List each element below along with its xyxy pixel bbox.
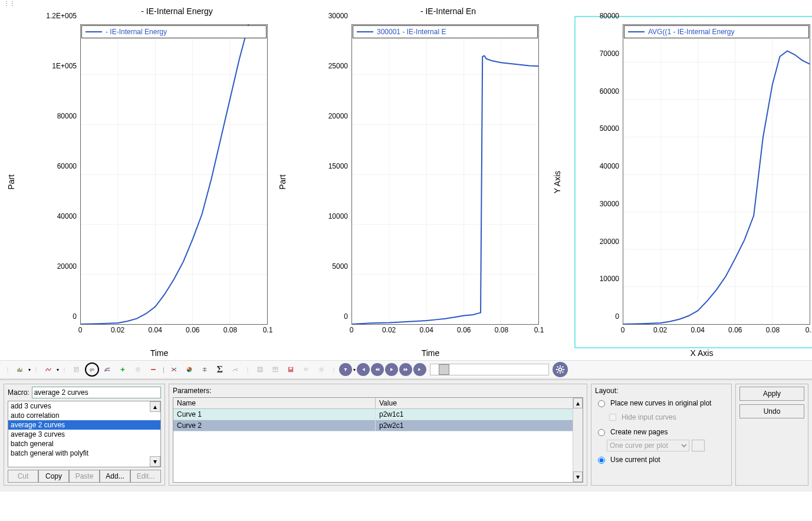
edit-button[interactable]: Edit... (130, 470, 161, 483)
curve-pair-icon[interactable] (100, 362, 114, 377)
macro-list[interactable]: ▴ add 3 curvesauto correlationaverage 2 … (8, 401, 161, 467)
col-name[interactable]: Name (173, 398, 376, 408)
y-axis-label: Part (278, 174, 287, 190)
gear-small-icon[interactable] (314, 362, 328, 377)
table-scrollbar[interactable]: ▴ ▾ (573, 398, 583, 482)
macro-item[interactable]: add 3 curves (8, 401, 160, 411)
macro-input[interactable] (32, 387, 161, 398)
flat-line-icon[interactable] (146, 362, 160, 377)
x-ticks: 00.020.040.060.080.1 (80, 326, 268, 335)
curves-per-plot-select[interactable]: One curve per plot (607, 440, 689, 451)
svg-rect-41 (18, 369, 19, 371)
apply-button[interactable]: Apply (739, 387, 804, 401)
play-icon[interactable] (385, 363, 398, 376)
svg-point-52 (304, 368, 308, 371)
legend: AVG((1 - IE-Internal Energy (624, 25, 809, 38)
grid-icon[interactable] (253, 362, 267, 377)
tangent-icon[interactable] (228, 362, 242, 377)
macro-item[interactable]: auto correlation (8, 411, 160, 420)
y-ticks: 0100002000030000400005000060000700008000… (576, 24, 622, 325)
skip-start-icon[interactable] (357, 363, 370, 376)
add-button[interactable]: Add... (100, 470, 130, 483)
align-icon[interactable] (198, 362, 212, 377)
skip-end-icon[interactable] (413, 363, 426, 376)
plus-icon[interactable] (116, 362, 130, 377)
histogram-icon[interactable] (13, 362, 27, 377)
svg-rect-48 (258, 367, 262, 372)
opt-hide: Hide input curves (607, 412, 728, 423)
macro-item[interactable]: batch general (8, 439, 160, 449)
macro-item[interactable]: average 3 curves (8, 430, 160, 439)
cut-button[interactable]: Cut (8, 470, 38, 483)
param-name: Curve 2 (173, 420, 376, 431)
scroll-down-icon[interactable]: ▾ (573, 471, 583, 482)
svg-rect-44 (21, 368, 22, 372)
shield-icon[interactable] (131, 362, 145, 377)
y-axis-label: Part (6, 174, 16, 190)
paste-button[interactable]: Paste (69, 470, 100, 483)
report-icon[interactable] (70, 362, 84, 377)
rewind-icon[interactable] (371, 363, 384, 376)
x-ticks: 00.020.040.060.080.1 (351, 326, 539, 335)
chart-title: - IE-Internal Energy (83, 6, 271, 16)
scroll-up-icon[interactable]: ▴ (573, 398, 583, 408)
time-slider[interactable] (430, 364, 549, 375)
fx-macro-icon[interactable]: fx (85, 362, 99, 377)
svg-rect-51 (289, 368, 291, 370)
macro-label: Macro: (8, 388, 29, 397)
settings-gear-icon[interactable] (553, 362, 568, 377)
svg-point-54 (558, 368, 561, 371)
param-value[interactable]: p2w1c1 (376, 409, 583, 420)
svg-point-53 (320, 368, 322, 370)
x-ticks: 00.020.040.060.080.1 (623, 326, 810, 335)
legend: - IE-Internal Energy (81, 25, 267, 38)
color-swatch[interactable] (692, 440, 705, 451)
copy-button[interactable]: Copy (38, 470, 69, 483)
plot-area[interactable] (351, 24, 539, 325)
scroll-down-icon[interactable]: ▾ (150, 456, 160, 467)
curve-smooth-icon[interactable] (41, 362, 55, 377)
macro-item[interactable]: batch general with polyfit (8, 449, 160, 458)
y-ticks: 050001000015000200002500030000 (304, 24, 350, 325)
dropdown-arrow-icon[interactable]: ▾ (353, 367, 356, 372)
sigma-icon[interactable]: Σ (213, 362, 227, 377)
svg-rect-43 (20, 370, 21, 372)
macro-panel: Macro: ▴ add 3 curvesauto correlationave… (4, 384, 165, 486)
table-row[interactable]: Curve 1 p2w1c1 (173, 409, 583, 420)
macro-item[interactable]: average 2 curves (8, 420, 160, 430)
slider-thumb[interactable] (439, 364, 449, 375)
filter-round-icon[interactable] (339, 363, 352, 376)
cross-curves-icon[interactable] (167, 362, 181, 377)
charts-row: - IE-Internal EnergyPart- IE-Internal En… (0, 6, 812, 360)
parameters-label: Parameters: (173, 387, 583, 395)
dropdown-arrow-icon[interactable]: ▾ (28, 367, 31, 372)
undo-button[interactable]: Undo (739, 404, 804, 418)
toolbar-sep: ⋮ (5, 367, 11, 373)
chart-3[interactable]: Y AxisAVG((1 - IE-Internal Energy0100002… (543, 6, 812, 358)
svg-rect-42 (19, 368, 20, 372)
parameters-table[interactable]: Name Value Curve 1 p2w1c1 Curve 2 p2w2c1… (173, 397, 583, 483)
dropdown-arrow-icon[interactable]: ▾ (57, 367, 59, 372)
param-value[interactable]: p2w2c1 (376, 420, 583, 431)
color-wheel-icon[interactable] (182, 362, 196, 377)
col-value[interactable]: Value (376, 398, 583, 408)
bottom-panels: Macro: ▴ add 3 curvesauto correlationave… (0, 380, 812, 492)
opt-newpages[interactable]: Create new pages (595, 427, 728, 436)
x-axis-label: Time (47, 348, 271, 358)
chart-2[interactable]: - IE-Internal EnPart300001 - IE-Internal… (271, 6, 543, 358)
param-name: Curve 1 (173, 409, 376, 420)
plot-area[interactable] (80, 24, 268, 325)
chat-icon[interactable] (299, 362, 313, 377)
save-icon[interactable] (284, 362, 298, 377)
chart-1[interactable]: - IE-Internal EnergyPart- IE-Internal En… (0, 6, 271, 358)
opt-original[interactable]: Place new curves in original plot (595, 398, 728, 407)
window-grip[interactable]: ⋮⋮ (0, 0, 812, 6)
scroll-up-icon[interactable]: ▴ (150, 401, 160, 412)
opt-current[interactable]: Use current plot (595, 455, 728, 464)
toolbar: ⋮ ▾ ⋮ ▾ ⋮ fx | Σ ⋮ ⋮ ▾ (0, 360, 812, 380)
y-axis-label: Y Axis (553, 171, 562, 194)
table-row[interactable]: Curve 2 p2w2c1 (173, 420, 583, 431)
table-icon[interactable] (268, 362, 282, 377)
plot-area[interactable] (623, 24, 810, 325)
forward-icon[interactable] (399, 363, 412, 376)
